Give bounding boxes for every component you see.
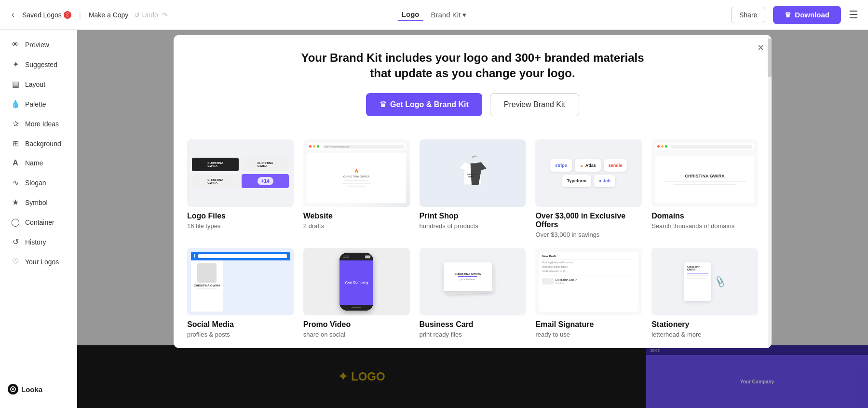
kit-card-email[interactable]: New Draft Booking@thebrandform.com closi… xyxy=(535,248,642,338)
email-sig-title: Your Name xyxy=(555,282,577,284)
more-ideas-icon: ✰ xyxy=(11,119,20,128)
modal-scrollbar-thumb[interactable] xyxy=(768,39,772,77)
kit-card-website[interactable]: http://yourcompany.com 🔥 CHRISTINA GWIRA xyxy=(303,139,410,238)
domain-dot-red xyxy=(657,145,660,148)
plus-badge: +14 xyxy=(258,177,273,185)
website-logo-area: 🔥 CHRISTINA GWIRA xyxy=(342,169,371,187)
fb-line xyxy=(196,288,217,289)
sidebar-item-background[interactable]: ⊞ Background xyxy=(3,134,74,153)
sidebar-item-more-ideas[interactable]: ✰ More Ideas xyxy=(3,114,74,133)
website-divider xyxy=(344,180,368,181)
kit-card-print-shop[interactable]: CHRISTINA GWIRA Print Shop hundreds of p… xyxy=(420,139,526,238)
undo-label: Undo xyxy=(142,11,158,19)
stationery-paper: CHRISTINAGWIRA xyxy=(684,262,711,301)
dot-red xyxy=(309,145,312,148)
kit-card-domains[interactable]: CHRISTINA GWIRA Domains Search thousands… xyxy=(651,139,758,238)
sidebar-label-container: Container xyxy=(25,218,54,226)
symbol-icon: ★ xyxy=(11,198,20,207)
logo-tile-light2: CHRISTINAGWIRA xyxy=(192,174,239,188)
modal-close-button[interactable]: × xyxy=(758,41,764,54)
domain-line1 xyxy=(664,181,746,182)
email-sig-name: CHRISTINA GWIRA xyxy=(555,278,577,281)
get-kit-crown-icon: ♛ xyxy=(380,100,386,109)
download-button[interactable]: ♛ Download xyxy=(773,6,841,24)
modal-title-line2: that update as you change your logo. xyxy=(370,67,575,80)
sidebar-label-suggested: Suggested xyxy=(25,61,57,68)
kit-card-sub-offers: Over $3,000 in savings xyxy=(535,231,642,238)
sidebar-item-slogan[interactable]: ∿ Slogan xyxy=(3,173,74,192)
sidebar-item-name[interactable]: A Name xyxy=(3,154,74,172)
dot-green xyxy=(317,145,319,148)
modal-actions: ♛ Get Logo & Brand Kit Preview Brand Kit xyxy=(193,93,752,116)
modal-scrollbar[interactable] xyxy=(768,35,772,348)
background-icon: ⊞ xyxy=(11,139,20,148)
your-logos-icon: ♡ xyxy=(11,257,20,266)
sidebar-item-palette[interactable]: 💧 Palette xyxy=(3,95,74,113)
modal-body[interactable]: CHRISTINAGWIRA CHRISTINAGWIRA CHRISTINAG… xyxy=(174,139,772,348)
undo-button[interactable]: ↺ Undo xyxy=(134,11,158,19)
kit-card-image-email: New Draft Booking@thebrandform.com closi… xyxy=(535,248,642,315)
kit-card-social[interactable]: f CHRISTINA GWIRA xyxy=(187,248,294,338)
saved-logos-label: Saved Logos xyxy=(22,11,62,19)
sidebar-label-history: History xyxy=(25,238,46,246)
sidebar-label-your-logos: Your Logos xyxy=(25,258,59,266)
modal-overlay: × Your Brand Kit includes your logo and … xyxy=(77,30,868,408)
kit-card-sub-biz-card: print ready files xyxy=(420,331,526,338)
logo-tile-dark1: CHRISTINAGWIRA xyxy=(192,158,239,171)
sidebar-item-preview[interactable]: 👁 Preview xyxy=(3,36,74,54)
redo-button[interactable]: ↷ xyxy=(162,11,168,19)
phone-status-bar: 10:03 ▓▓▓ xyxy=(339,253,373,260)
preview-kit-button[interactable]: Preview Brand Kit xyxy=(490,93,579,116)
saved-logos-link[interactable]: Saved Logos 2 xyxy=(22,11,71,19)
back-button[interactable]: ‹ xyxy=(10,8,16,22)
get-kit-button[interactable]: ♛ Get Logo & Brand Kit xyxy=(366,93,482,116)
website-line1 xyxy=(342,183,371,184)
nav-brandkit-tab[interactable]: Brand Kit ▾ xyxy=(427,9,470,21)
sidebar-item-your-logos[interactable]: ♡ Your Logos xyxy=(3,252,74,271)
biz-card-name: CHRISTINA GWIRA xyxy=(455,272,481,275)
share-button[interactable]: Share xyxy=(731,7,765,23)
domain-dot-yellow xyxy=(661,145,664,148)
kit-card-image-phone: 10:03 ▓▓▓ Your Company xyxy=(303,248,410,315)
nav-brandkit-label: Brand Kit xyxy=(431,11,461,19)
kit-card-image-offers: stripe ▲ Atlas sendle Typeform ● Job xyxy=(535,139,642,207)
kit-card-sub-website: 2 drafts xyxy=(303,222,410,230)
stationery-name: CHRISTINAGWIRA xyxy=(687,265,708,271)
kit-card-offers[interactable]: stripe ▲ Atlas sendle Typeform ● Job xyxy=(535,139,642,238)
sidebar-item-symbol[interactable]: ★ Symbol xyxy=(3,193,74,212)
kit-card-sub-print-shop: hundreds of products xyxy=(420,222,526,230)
notification-badge: 2 xyxy=(64,11,71,19)
sidebar-item-history[interactable]: ↺ History xyxy=(3,232,74,251)
fb-content: CHRISTINA GWIRA xyxy=(191,260,223,312)
sendle-card: sendle xyxy=(604,159,627,172)
modal-title: Your Brand Kit includes your logo and 30… xyxy=(193,50,752,82)
back-icon: ‹ xyxy=(12,10,14,19)
sidebar-item-layout[interactable]: ▤ Layout xyxy=(3,75,74,94)
sidebar-label-symbol: Symbol xyxy=(25,199,48,206)
sidebar-item-suggested[interactable]: ✦ Suggested xyxy=(3,55,74,74)
st-line1 xyxy=(687,275,708,276)
topbar-left: ‹ Saved Logos 2 | Make a Copy ↺ Undo ↷ xyxy=(10,8,731,22)
offers-preview: stripe ▲ Atlas sendle Typeform ● Job xyxy=(535,153,642,193)
kit-card-title-phone: Promo Video xyxy=(303,320,410,329)
kit-card-phone[interactable]: 10:03 ▓▓▓ Your Company xyxy=(303,248,410,338)
main-layout: 👁 Preview ✦ Suggested ▤ Layout 💧 Palette… xyxy=(0,30,868,408)
svg-text:CHRISTINA: CHRISTINA xyxy=(467,174,477,176)
redo-icon: ↷ xyxy=(162,11,168,19)
menu-button[interactable]: ☰ xyxy=(849,9,858,21)
phone-body: 10:03 ▓▓▓ Your Company xyxy=(339,253,373,311)
kit-card-stationery[interactable]: CHRISTINAGWIRA 📎 xyxy=(651,248,758,338)
nav-logo-tab[interactable]: Logo xyxy=(398,8,423,21)
make-copy-link[interactable]: Make a Copy xyxy=(89,11,128,19)
kit-card-biz-card[interactable]: CHRISTINA GWIRA your title here Business… xyxy=(420,248,526,338)
sidebar-item-container[interactable]: ◯ Container xyxy=(3,213,74,231)
kit-card-logo-files[interactable]: CHRISTINAGWIRA CHRISTINAGWIRA CHRISTINAG… xyxy=(187,139,294,238)
topbar-right: Share ♛ Download ☰ xyxy=(731,6,858,24)
download-crown-icon: ♛ xyxy=(785,11,791,19)
kit-card-title-offers: Over $3,000 in Exclusive Offers xyxy=(535,212,642,229)
kit-grid: CHRISTINAGWIRA CHRISTINAGWIRA CHRISTINAG… xyxy=(187,139,758,338)
svg-point-1 xyxy=(12,388,14,390)
domain-url-bar xyxy=(671,145,752,149)
sidebar: 👁 Preview ✦ Suggested ▤ Layout 💧 Palette… xyxy=(0,30,77,408)
kit-card-title-biz-card: Business Card xyxy=(420,320,526,329)
